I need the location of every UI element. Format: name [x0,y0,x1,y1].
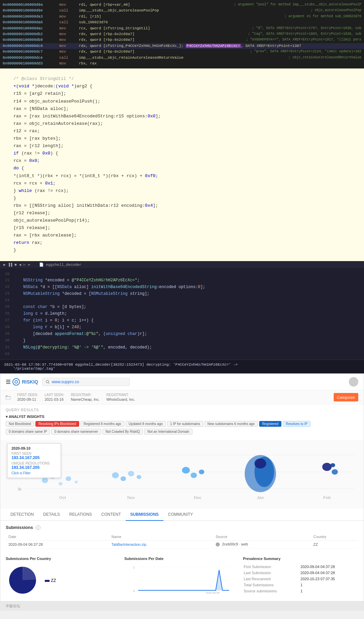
cell-source: 2ceb00c9 · web [213,540,311,548]
prevalence-row: Source submissions 1 [244,588,358,594]
svg-point-17 [128,471,134,476]
svg-point-13 [66,476,71,481]
categorize-button[interactable]: Categorize [334,393,358,401]
cell-date: 2020-09-04 06:37:28 [6,540,109,548]
hamburger-icon[interactable]: ☰ [6,379,10,385]
prevalence-value: 1 [298,582,358,588]
tag-updated-8mo[interactable]: Updated 8 months ago [126,421,166,427]
tag-registered[interactable]: Registered [259,421,281,427]
svg-text:Jan: Jan [257,496,264,500]
pseudo-line: rbx = [rax bytes]; [13,135,351,142]
pseudo-line: rax = [NSData alloc]; [13,105,351,113]
riskiq-logo: ☰ RISKIQ [6,378,38,386]
code-line: 26 long c = d.length; [0,310,364,317]
prevalence-row: Total Submissions 1 [244,582,358,588]
terminal-bar: 2021-03-08 17:50:37.774390+0700 eggshell… [0,360,364,373]
code-line: 25 const char *b = [d bytes]; [0,304,364,310]
svg-point-14 [75,481,78,483]
chart-tooltip: 2020-09-10 FIRST SEEN 193.34.167.205 UNI… [7,443,61,478]
tag-row-2: 0 domains share same IP 0 domains share … [6,429,358,434]
tooltip-first-seen-label: FIRST SEEN [11,452,57,455]
tag-not-blocklisted[interactable]: Not Blocklisted [6,421,34,427]
assembly-line: 0x0000000100000da6 call sub_100023d76 [0,20,364,25]
riskiq-search-bar[interactable] [42,378,130,386]
riskiq-info-bar: First Seen: 2020-09-11 Last Seen: 2021-0… [0,390,364,404]
tag-not-crawled[interactable]: Not Crawled By RiskIQ [102,429,143,434]
tab-submissions[interactable]: SUBMISSIONS [126,509,163,521]
svg-point-20 [191,473,197,478]
tag-0-domains-ns[interactable]: 0 domains share nameserver [51,429,101,434]
prevalence-table: First Submission 2020-09-04 04:37:28 Las… [243,563,358,594]
pseudo-line: } [13,195,351,202]
tag-resolves-to-ip[interactable]: Resolves to IP [283,421,310,427]
svg-line-2 [49,383,49,383]
assembly-line: 0x0000000100000db9 mov rdx, qword [rbp-0… [0,37,364,43]
search-input[interactable] [52,379,126,384]
prevalence-row: Last Rescanned 2020-10-23 07:37:35 [244,576,358,582]
prevalence-label: Last Submission [244,570,297,575]
tab-community[interactable]: COMMUNITY [163,509,198,521]
tab-details[interactable]: DETAILS [38,509,64,521]
tab-relations[interactable]: RELATIONS [64,509,96,521]
submissions-info-icon: i [36,525,40,530]
svg-text:Feb: Feb [323,496,331,500]
svg-point-24 [254,458,266,469]
query-results-label: Query Results [6,408,358,412]
tag-resolving-ip-blocklisted[interactable]: Resolving IPs Blocklisted [35,421,79,427]
toolbar-controls: ▶ ▐▐ ■ ◀ ▷ ⇌ [3,263,37,267]
legend-dot-zz [45,580,50,582]
svg-point-15 [112,472,119,478]
prevalence-summary-title: Prevalence Summary [243,557,358,561]
tag-row-1: Not Blocklisted Resolving IPs Blockliste… [6,421,358,427]
per-country-title: Submissions Per Country [6,557,121,561]
pie-container: ZZ [6,563,121,597]
cell-country: ZZ [311,540,358,548]
code-line: 21 NSString *encoded = @"P4CCeYZxhHU/hH2… [0,277,364,284]
code-line: 93 [0,351,364,357]
prevalence-row: First Submission 2020-09-04 04:37:28 [244,564,358,569]
pseudo-line: [r12 release]; [13,209,351,217]
code-line: 27 for (int i = 0; i < c; i++) { [0,317,364,324]
pseudo-line: rax = [rax initWithBase64EncodedString:r… [13,113,351,120]
assembly-line: 0x0000000100000d9a mov rdi, qword [rbp+v… [0,2,364,8]
footer-text: 卡饭论坛 [5,604,20,608]
tag-1-ip-subdomains[interactable]: 1 IP for subdomains [167,421,203,427]
pseudo-line: do { [13,165,351,172]
user-avatar[interactable] [349,377,358,387]
prevalence-value: 2020-09-04 04:37:28 [298,564,358,569]
riskiq-topbar: ☰ RISKIQ [0,374,364,390]
prevalence-row: Last Submission 2020-09-04 04:37:28 [244,570,358,575]
riskiq-brand-name: RISKIQ [22,379,38,385]
cell-name: TabBarInteraction.zip [109,540,213,548]
editor-toolbar: ▶ ▐▐ ■ ◀ ▷ ⇌ 📄 eggshell_decoder [0,261,364,268]
code-line: 20 [0,271,364,277]
code-editor-section: ▶ ▐▐ ■ ◀ ▷ ⇌ 📄 eggshell_decoder 20 21 NS… [0,261,364,374]
code-lines: 20 21 NSString *encoded = @"P4CCeYZxhHU/… [0,268,364,360]
svg-point-0 [15,381,18,383]
submissions-line-chart: 1 0 2020-09-09 [124,563,240,594]
svg-rect-3 [6,396,10,399]
tab-detection[interactable]: DETECTION [6,509,38,521]
tag-not-international[interactable]: Not an International Domain [144,429,192,434]
tooltip-date: 2020-09-10 [11,446,57,450]
tooltip-filter-link[interactable]: Click is Filter [11,471,57,475]
prevalence-summary-col: Prevalence Summary First Submission 2020… [243,557,358,597]
assembly-line: 0x0000000100000dac mov rcx, qword [cfstr… [0,26,364,31]
tab-content[interactable]: CONTENT [97,509,126,521]
pie-chart [6,563,39,597]
svg-point-21 [199,470,204,474]
submissions-title: Submissions i [6,525,358,530]
code-line: 30 } [0,337,364,344]
svg-marker-38 [138,570,229,590]
tag-registered-8mo[interactable]: Registered 8 months ago [81,421,124,427]
analyst-insights-label: ▾ ANALYST INSIGHTS [6,415,358,419]
pseudo-line: *(int8_t *)(rbx + rcx) = *(int8_t *)(rbx… [13,172,351,180]
pseudo-line: rcx = rcx + 0x1; [13,180,351,187]
pie-legend: ZZ [45,578,56,583]
tag-0-domains-ip[interactable]: 0 domains share same IP [6,429,50,434]
assembly-line: 0x0000000100000dc7 mov rdx, qword [rbp-0… [0,49,364,55]
code-line: 29 [decoded appendFormat:@"%c", (unsigne… [0,331,364,337]
search-icon [46,380,50,384]
tag-new-subdomains[interactable]: New subdomains 6 months ago [205,421,258,427]
code-line: 31 NSLog(@"decrypting: '%@' -> '%@'", en… [0,344,364,351]
